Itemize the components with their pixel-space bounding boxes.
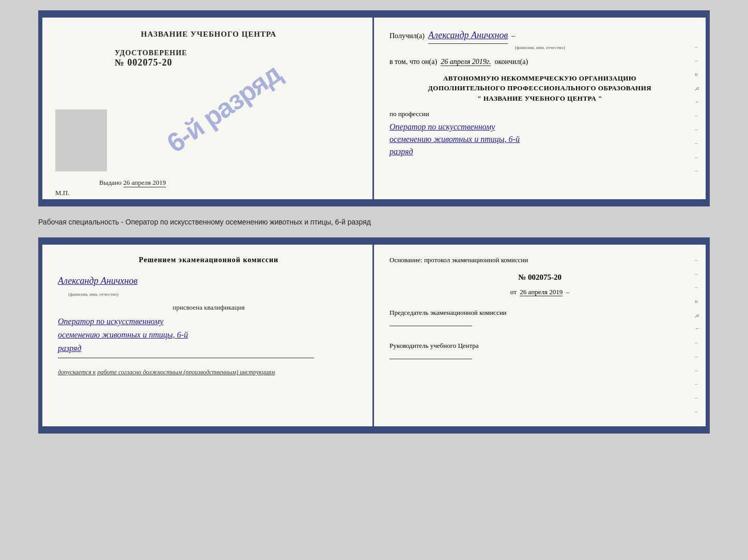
preds-block: Председатель экаменационной комиссии <box>389 307 690 330</box>
training-center-title: НАЗВАНИЕ УЧЕБНОГО ЦЕНТРА <box>58 30 360 39</box>
vtom-line: в том, что он(а) 26 апреля 2019г. окончи… <box>389 56 690 68</box>
vydano-date: 26 апреля 2019 <box>123 179 166 187</box>
side-marks: – – и ,а ← – – – – – <box>695 42 700 175</box>
prof-label: по профессии <box>389 108 690 120</box>
specialty-text: Рабочая специальность - Оператор по иску… <box>38 215 710 229</box>
completion-date: 26 апреля 2019г. <box>441 58 491 66</box>
vydano-line: Выдано 26 апреля 2019 <box>99 179 166 187</box>
right-side-marks: – – – и ,а ← – – – – – – <box>695 255 700 416</box>
protocol-date: от 26 апреля 2019 – <box>389 286 690 298</box>
profession-text: Оператор по искусственному осеменению жи… <box>389 121 690 158</box>
stamp-razryad: 6-й разряд <box>161 58 287 159</box>
udost-label: УДОСТОВЕРЕНИЕ <box>115 49 360 57</box>
dopuskaetsya-line: допускается к работе согласно должностны… <box>58 367 360 377</box>
prisvoena-label: присвоена квалификация <box>58 302 360 313</box>
org-block: АВТОНОМНУЮ НЕКОММЕРЧЕСКУЮ ОРГАНИЗАЦИЮ ДО… <box>389 73 690 104</box>
rukov-signature-line <box>389 359 472 359</box>
photo-placeholder <box>55 109 107 171</box>
bottom-person-name: Александр Аничхнов <box>58 274 360 289</box>
rukov-label: Руководитель учебного Центра <box>389 340 690 351</box>
qualification-text: Оператор по искусственному осеменению жи… <box>58 315 360 355</box>
preds-signature-line <box>389 326 472 326</box>
poluchil-label: Получил(а) <box>389 32 425 40</box>
recipient-sublabel: (фамилия, имя, отчество) <box>389 44 690 52</box>
bottom-person-sublabel: (фамилия, имя, отчество) <box>68 291 360 298</box>
osnovanie-label: Основание: протокол экаменационной комис… <box>389 254 690 266</box>
komissia-header: Решением экаменационной комиссии <box>58 254 360 266</box>
protocol-num: № 002075-20 <box>389 271 690 284</box>
rukov-block: Руководитель учебного Центра <box>389 340 690 363</box>
recipient-line: Получил(а) Александр Аничхнов – (фамилия… <box>389 27 690 52</box>
mp-label: М.П. <box>55 189 69 197</box>
recipient-name: Александр Аничхнов <box>428 27 508 44</box>
preds-label: Председатель экаменационной комиссии <box>389 307 690 318</box>
udost-num: № 002075-20 <box>115 57 360 68</box>
